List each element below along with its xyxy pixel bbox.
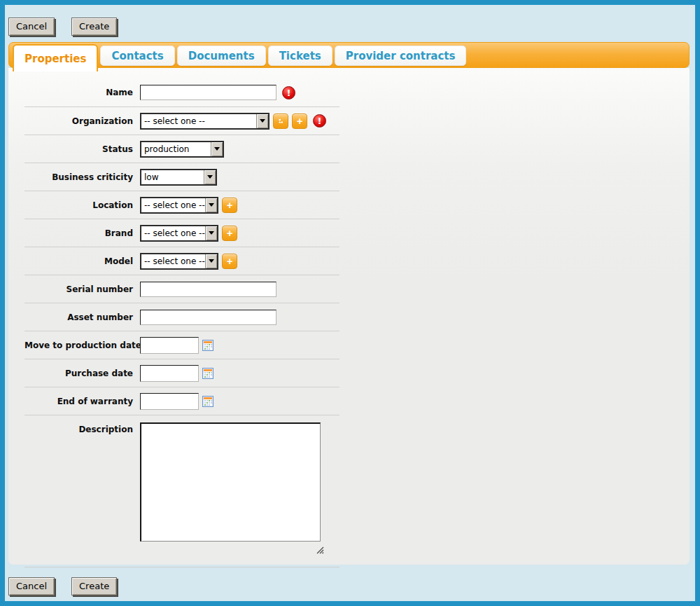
bottom-toolbar: Cancel Create: [8, 577, 117, 595]
move_to_production_date-calendar-picker-button[interactable]: [202, 340, 214, 351]
calendar-icon: [202, 396, 214, 407]
field-control: [140, 422, 324, 557]
field-label-purchase_date: Purchase date: [24, 369, 133, 378]
model-add-button[interactable]: +: [222, 254, 237, 269]
field-control: [140, 282, 276, 297]
create-button[interactable]: Create: [71, 577, 117, 595]
resize-grip-icon: [316, 546, 324, 554]
field-label-status: Status: [24, 144, 133, 154]
field-label-business_criticity: Business criticity: [24, 172, 133, 182]
field-control: !: [140, 85, 295, 100]
selected-value: -- select one --: [141, 256, 205, 266]
organization-add-button[interactable]: +: [292, 113, 307, 129]
purchase_date-calendar-picker-button[interactable]: [202, 368, 214, 379]
field-control: production: [140, 141, 224, 158]
resize-handle[interactable]: [316, 544, 324, 557]
end_of_warranty-calendar-picker-button[interactable]: [202, 396, 214, 407]
create-button[interactable]: Create: [71, 18, 117, 36]
name-input[interactable]: [140, 85, 276, 100]
tab-label: Provider contracts: [346, 50, 456, 62]
organization-select[interactable]: -- select one --: [140, 113, 270, 130]
field-control: low: [140, 169, 217, 186]
field-label-location: Location: [24, 200, 133, 210]
selected-value: production: [141, 144, 211, 154]
dropdown-button[interactable]: [205, 226, 217, 240]
cancel-button[interactable]: Cancel: [8, 577, 55, 595]
tab-documents[interactable]: Documents: [177, 46, 266, 66]
field-label-asset_number: Asset number: [24, 312, 133, 322]
top-toolbar: Cancel Create: [8, 18, 117, 36]
selected-value: low: [141, 172, 204, 182]
dropdown-button[interactable]: [205, 198, 217, 212]
tab-label: Contacts: [111, 50, 163, 62]
move_to_production_date-input[interactable]: [140, 337, 199, 354]
form-row-organization: Organization-- select one --+!: [24, 106, 340, 135]
dropdown-button[interactable]: [211, 142, 223, 156]
form-row-end_of_warranty: End of warranty: [24, 387, 340, 415]
dropdown-button[interactable]: [204, 170, 216, 184]
form-row-asset_number: Asset number: [24, 303, 340, 331]
tab-label: Tickets: [279, 50, 321, 62]
dropdown-button[interactable]: [256, 114, 268, 128]
model-select[interactable]: -- select one --: [140, 253, 218, 270]
field-label-end_of_warranty: End of warranty: [24, 397, 133, 406]
hierarchy-icon: [278, 116, 284, 127]
field-control: [140, 393, 214, 410]
chevron-down-icon: [209, 203, 214, 207]
selected-value: -- select one --: [141, 200, 205, 210]
field-control: -- select one --+!: [140, 113, 326, 130]
dropdown-button[interactable]: [205, 254, 217, 268]
chevron-down-icon: [260, 119, 265, 123]
tab-label: Properties: [24, 53, 86, 65]
form-row-serial_number: Serial number: [24, 275, 340, 303]
field-control: -- select one --+: [140, 253, 237, 270]
field-label-move_to_production_date: Move to production date: [24, 340, 133, 350]
description-textarea[interactable]: [140, 422, 321, 542]
purchase_date-input[interactable]: [140, 365, 199, 382]
brand-add-button[interactable]: +: [222, 226, 237, 241]
end_of_warranty-input[interactable]: [140, 393, 199, 410]
calendar-icon: [202, 368, 214, 379]
form-row-brand: Brand-- select one --+: [24, 219, 340, 247]
tab-label: Documents: [188, 50, 255, 62]
tab-contacts[interactable]: Contacts: [100, 46, 174, 66]
field-label-name: Name: [24, 88, 133, 97]
cancel-button[interactable]: Cancel: [8, 18, 55, 36]
field-label-serial_number: Serial number: [24, 284, 133, 294]
validation-error-icon: !: [282, 86, 295, 99]
chevron-down-icon: [209, 259, 214, 263]
chevron-down-icon: [214, 147, 220, 151]
form-row-name: Name!: [24, 78, 340, 106]
validation-error-icon: !: [313, 114, 326, 128]
form-row-purchase_date: Purchase date: [24, 359, 340, 387]
field-control: [140, 365, 214, 382]
asset_number-input[interactable]: [140, 310, 276, 325]
organization-hierarchy-button[interactable]: [273, 113, 288, 129]
tab-properties[interactable]: Properties: [13, 44, 98, 71]
chevron-down-icon: [209, 231, 214, 235]
form-row-status: Statusproduction: [24, 135, 340, 163]
field-control: [140, 310, 276, 325]
field-label-description: Description: [24, 422, 133, 434]
tab-provider-contracts[interactable]: Provider contracts: [335, 46, 467, 66]
properties-panel: Name!Organization-- select one --+!Statu…: [8, 68, 690, 565]
field-label-brand: Brand: [24, 228, 133, 238]
form-row-description: Description: [24, 415, 340, 567]
form-row-location: Location-- select one --+: [24, 191, 340, 219]
form-row-model: Model-- select one --+: [24, 247, 340, 275]
selected-value: -- select one --: [141, 116, 256, 126]
status-select[interactable]: production: [140, 141, 224, 158]
form-row-move_to_production_date: Move to production date: [24, 331, 340, 359]
field-control: -- select one --+: [140, 225, 237, 242]
tab-tickets[interactable]: Tickets: [268, 46, 332, 66]
location-add-button[interactable]: +: [222, 198, 237, 213]
brand-select[interactable]: -- select one --: [140, 225, 218, 242]
form-row-business_criticity: Business criticitylow: [24, 163, 340, 191]
business_criticity-select[interactable]: low: [140, 169, 217, 186]
field-control: [140, 337, 214, 354]
chevron-down-icon: [207, 175, 213, 179]
create-object-window: Cancel Create PropertiesContactsDocument…: [0, 0, 700, 606]
location-select[interactable]: -- select one --: [140, 197, 218, 214]
tab-strip: PropertiesContactsDocumentsTicketsProvid…: [8, 42, 690, 68]
serial_number-input[interactable]: [140, 282, 276, 297]
